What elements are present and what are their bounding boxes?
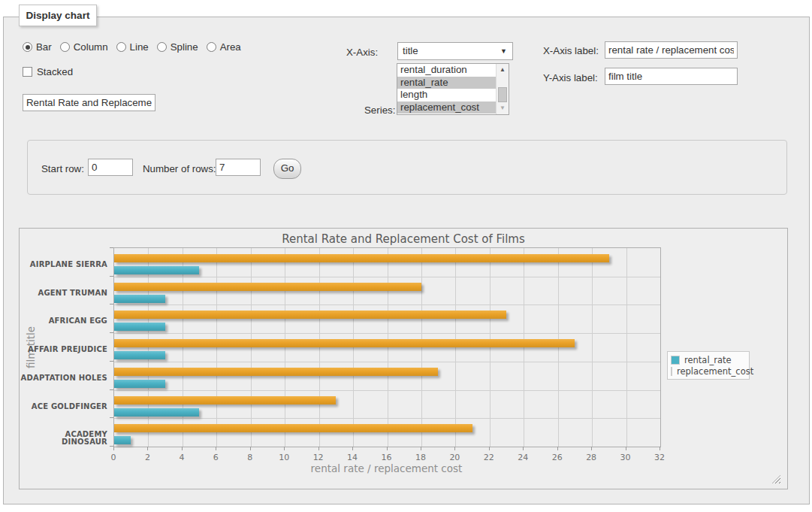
start-row-label: Start row: <box>41 163 84 174</box>
category-label: ADAPTATION HOLES <box>20 374 107 382</box>
y-axis-tick <box>110 361 113 362</box>
category-label: ACE GOLDFINGER <box>20 403 107 411</box>
radio-bar-icon[interactable] <box>23 42 32 52</box>
bar-replacement-cost <box>114 368 438 376</box>
x-axis-tick <box>216 447 216 450</box>
bar-rental-rate <box>114 436 131 444</box>
legend-swatch-replacement-cost <box>671 367 672 376</box>
legend-item: replacement_cost <box>671 365 746 377</box>
x-axis-tick <box>557 447 558 450</box>
x-axis-tick <box>660 447 660 450</box>
series-option-length[interactable]: length <box>397 89 509 101</box>
chart-legend: rental_rate replacement_cost <box>667 351 750 380</box>
x-axis-selected-value: title <box>403 45 418 56</box>
y-axis-label-input[interactable] <box>605 68 738 85</box>
x-tick-label: 26 <box>546 453 569 462</box>
x-axis-select-label: X-Axis: <box>346 47 378 58</box>
bar-rental-rate <box>114 266 199 274</box>
scroll-down-icon[interactable]: ▼ <box>497 105 509 112</box>
legend-label: replacement_cost <box>677 366 753 377</box>
x-axis-tick <box>591 447 592 450</box>
x-tick-label: 4 <box>171 453 193 462</box>
bar-rental-rate <box>114 408 199 417</box>
scroll-up-icon[interactable]: ▲ <box>497 66 509 74</box>
stacked-checkbox[interactable] <box>23 67 32 77</box>
y-axis-tick <box>110 332 113 333</box>
radio-area-icon[interactable] <box>207 42 216 52</box>
x-axis-tick <box>352 447 353 450</box>
scrollbar[interactable]: ▲ ▼ <box>496 64 509 114</box>
bar-replacement-cost <box>114 396 336 404</box>
gridline <box>626 248 627 447</box>
x-tick-label: 2 <box>136 453 158 462</box>
series-select-label: Series: <box>364 105 395 116</box>
legend-label: rental_rate <box>684 355 732 365</box>
x-axis-tick <box>454 447 455 450</box>
radio-line-icon[interactable] <box>116 42 126 52</box>
gridline <box>114 333 660 334</box>
radio-spline-icon[interactable] <box>157 42 167 52</box>
x-tick-label: 30 <box>614 453 637 462</box>
x-tick-label: 0 <box>102 453 125 462</box>
resize-handle-icon[interactable] <box>772 475 780 483</box>
series-option-replacement-cost[interactable]: replacement_cost <box>397 101 509 114</box>
radio-column[interactable]: Column <box>60 41 108 53</box>
radio-column-icon[interactable] <box>60 42 70 52</box>
x-axis-tick <box>182 447 183 450</box>
radio-bar-label: Bar <box>36 41 52 53</box>
gridline <box>114 304 660 305</box>
radio-column-label: Column <box>74 41 108 53</box>
scrollbar-thumb[interactable] <box>498 87 507 102</box>
bar-rental-rate <box>114 295 165 303</box>
gridline <box>114 418 660 419</box>
x-axis-select[interactable]: title ▼ <box>397 42 513 60</box>
category-label: AFRICAN EGG <box>20 317 107 325</box>
radio-spline-label: Spline <box>171 41 198 53</box>
series-multiselect[interactable]: rental_duration rental_rate length repla… <box>397 63 509 115</box>
start-row-input[interactable] <box>88 159 133 176</box>
stacked-option[interactable]: Stacked <box>23 66 73 77</box>
x-axis-tick <box>284 447 285 450</box>
x-axis-tick <box>147 447 148 450</box>
x-tick-label: 18 <box>409 453 432 462</box>
series-option-rental-duration[interactable]: rental_duration <box>397 64 509 77</box>
category-label: AIRPLANE SIERRA <box>20 261 107 268</box>
category-label: AGENT TRUMAN <box>20 289 107 297</box>
go-button[interactable]: Go <box>273 159 301 179</box>
category-label: ACADEMY DINOSAUR <box>20 431 107 446</box>
chart-title-input[interactable] <box>23 94 155 111</box>
series-option-rental-rate[interactable]: rental_rate <box>397 77 509 89</box>
x-tick-label: 24 <box>512 453 534 462</box>
x-tick-label: 32 <box>648 453 671 462</box>
radio-spline[interactable]: Spline <box>157 41 198 53</box>
legend-swatch-rental-rate <box>671 356 680 365</box>
x-axis-tick <box>250 447 251 450</box>
y-axis-tick <box>110 389 113 390</box>
gridline <box>114 277 660 277</box>
x-tick-label: 14 <box>341 453 364 462</box>
x-axis-label-input[interactable] <box>605 41 738 59</box>
x-axis-tick <box>113 447 114 450</box>
stacked-label: Stacked <box>37 66 73 77</box>
bar-replacement-cost <box>114 311 506 319</box>
x-axis-tick <box>421 447 421 450</box>
number-of-rows-input[interactable] <box>216 159 261 176</box>
y-axis-label-field-label: Y-Axis label: <box>543 72 598 83</box>
x-tick-label: 6 <box>204 453 227 462</box>
x-tick-label: 12 <box>307 453 330 462</box>
x-tick-label: 22 <box>478 453 500 462</box>
category-label: AFFAIR PREJUDICE <box>20 346 107 353</box>
x-tick-label: 16 <box>376 453 398 462</box>
x-axis-title: rental rate / replacement cost <box>113 462 660 474</box>
y-axis-tick <box>110 247 113 248</box>
x-axis-tick <box>387 447 388 450</box>
x-tick-label: 8 <box>239 453 261 462</box>
radio-line[interactable]: Line <box>116 41 149 53</box>
radio-bar[interactable]: Bar <box>23 41 52 53</box>
x-tick-label: 10 <box>273 453 295 462</box>
gridline <box>114 390 660 391</box>
x-axis-label-field-label: X-Axis label: <box>543 45 599 56</box>
radio-area[interactable]: Area <box>207 41 241 53</box>
y-axis-tick <box>110 276 113 277</box>
bar-replacement-cost <box>114 339 575 347</box>
